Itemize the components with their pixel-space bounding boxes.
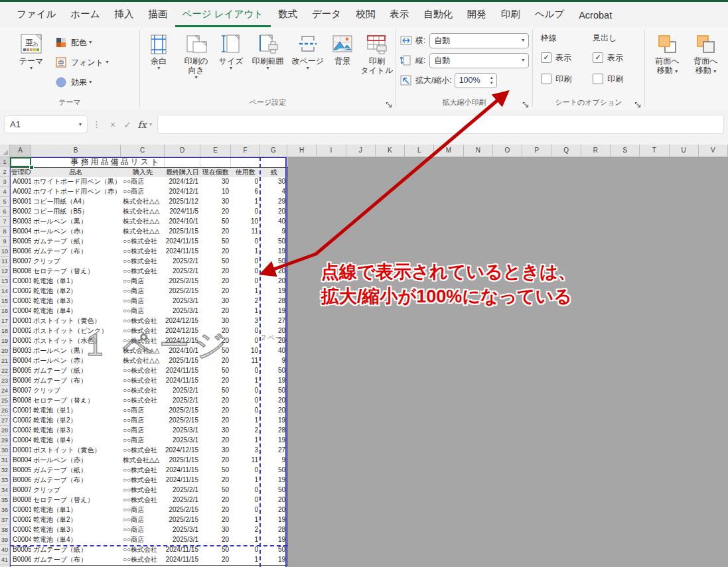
margins-button[interactable]: 余白 ▾ — [141, 32, 177, 71]
tab-help[interactable]: ヘルプ — [528, 8, 572, 27]
row-header-3[interactable]: 3 — [0, 177, 10, 187]
sheet-options-dialog-launcher-icon[interactable] — [634, 99, 642, 107]
row-header-13[interactable]: 13 — [0, 277, 10, 286]
column-header-K[interactable]: K — [376, 145, 405, 157]
theme-fonts-button[interactable]: 亜 フォント ▾ — [56, 54, 108, 71]
selected-cell-a1[interactable] — [10, 157, 31, 167]
scale-width-dropdown[interactable]: 自動▾ — [429, 33, 529, 48]
row-header-24[interactable]: 24 — [0, 386, 10, 396]
row-header-18[interactable]: 18 — [0, 326, 10, 336]
column-header-D[interactable]: D — [165, 145, 200, 157]
row-header-16[interactable]: 16 — [0, 306, 10, 316]
spinner-down-icon[interactable]: ▾ — [487, 80, 496, 86]
row-header-29[interactable]: 29 — [0, 436, 10, 446]
column-header-G[interactable]: G — [260, 145, 287, 157]
tab-view[interactable]: 表示 — [382, 8, 416, 27]
scale-dialog-launcher-icon[interactable] — [522, 99, 530, 107]
themes-button[interactable]: 亜あ テーマ ▾ — [13, 32, 50, 71]
tab-print[interactable]: 印刷 — [494, 8, 528, 27]
row-header-12[interactable]: 12 — [0, 267, 10, 277]
row-header-40[interactable]: 40 — [0, 545, 10, 555]
column-header-U[interactable]: U — [670, 145, 699, 157]
row-header-7[interactable]: 7 — [0, 217, 10, 227]
row-header-26[interactable]: 26 — [0, 406, 10, 416]
select-all-button[interactable] — [0, 145, 10, 157]
headings-view-checkbox[interactable]: ✓表示 — [593, 50, 623, 66]
row-header-31[interactable]: 31 — [0, 456, 10, 466]
tab-data[interactable]: データ — [305, 8, 348, 27]
row-header-21[interactable]: 21 — [0, 356, 10, 366]
column-header-M[interactable]: M — [434, 145, 463, 157]
tab-review[interactable]: 校閲 — [348, 8, 382, 27]
column-header-J[interactable]: J — [346, 145, 376, 157]
send-backward-button[interactable]: 背面へ 移動 ▾ — [688, 32, 725, 75]
background-button[interactable]: 背景 — [328, 32, 358, 66]
tab-draw[interactable]: 描画 — [141, 8, 175, 27]
row-header-35[interactable]: 35 — [0, 495, 10, 505]
row-header-17[interactable]: 17 — [0, 316, 10, 326]
scale-height-dropdown[interactable]: 自動▾ — [429, 53, 529, 68]
insert-function-icon[interactable]: fx — [135, 119, 149, 130]
column-header-A[interactable]: A — [10, 145, 31, 157]
row-header-22[interactable]: 22 — [0, 366, 10, 376]
formula-input[interactable] — [157, 115, 724, 134]
name-box[interactable]: A1 ▾ — [4, 115, 88, 133]
row-header-34[interactable]: 34 — [0, 485, 10, 495]
print-titles-button[interactable]: 印刷 タイトル — [359, 32, 395, 75]
row-header-9[interactable]: 9 — [0, 237, 10, 247]
column-header-B[interactable]: B — [31, 145, 121, 157]
row-header-6[interactable]: 6 — [0, 207, 10, 217]
tab-automate[interactable]: 自動化 — [416, 8, 460, 27]
tab-developer[interactable]: 開発 — [460, 8, 494, 27]
column-header-S[interactable]: S — [611, 145, 640, 157]
row-header-39[interactable]: 39 — [0, 535, 10, 545]
column-header-N[interactable]: N — [464, 145, 493, 157]
row-header-15[interactable]: 15 — [0, 296, 10, 306]
row-header-19[interactable]: 19 — [0, 336, 10, 346]
row-header-23[interactable]: 23 — [0, 376, 10, 386]
orientation-button[interactable]: 印刷の 向き ▾ — [178, 32, 214, 80]
gridlines-print-checkbox[interactable]: 印刷 — [541, 71, 593, 87]
row-header-2[interactable]: 2 — [0, 167, 10, 177]
theme-colors-button[interactable]: 配色 ▾ — [56, 34, 108, 51]
column-header-R[interactable]: R — [581, 145, 611, 157]
column-header-Q[interactable]: Q — [551, 145, 581, 157]
row-header-32[interactable]: 32 — [0, 466, 10, 475]
tab-insert[interactable]: 挿入 — [108, 8, 141, 27]
row-header-25[interactable]: 25 — [0, 396, 10, 406]
bring-forward-button[interactable]: 前面へ 移動 ▾ — [649, 32, 686, 75]
column-header-T[interactable]: T — [640, 145, 669, 157]
column-header-C[interactable]: C — [121, 145, 165, 157]
row-header-38[interactable]: 38 — [0, 525, 10, 535]
size-button[interactable]: サイズ ▾ — [216, 32, 247, 71]
row-header-28[interactable]: 28 — [0, 426, 10, 436]
tab-acrobat[interactable]: Acrobat — [571, 10, 619, 27]
row-header-1[interactable]: 1 — [0, 157, 10, 167]
column-header-I[interactable]: I — [317, 145, 346, 157]
breaks-button[interactable]: 改ページ ▾ — [289, 32, 327, 71]
row-header-27[interactable]: 27 — [0, 416, 10, 426]
row-header-10[interactable]: 10 — [0, 247, 10, 257]
row-header-8[interactable]: 8 — [0, 227, 10, 237]
tab-home[interactable]: ホーム — [63, 8, 107, 27]
row-header-14[interactable]: 14 — [0, 286, 10, 296]
row-header-36[interactable]: 36 — [0, 505, 10, 515]
column-header-V[interactable]: V — [699, 145, 728, 157]
tab-formulas[interactable]: 数式 — [271, 8, 305, 27]
theme-effects-button[interactable]: 効果 ▾ — [56, 74, 108, 91]
column-header-F[interactable]: F — [231, 145, 260, 157]
row-header-20[interactable]: 20 — [0, 346, 10, 356]
fill-handle[interactable] — [29, 165, 34, 170]
column-header-H[interactable]: H — [287, 145, 317, 157]
gridlines-view-checkbox[interactable]: ✓表示 — [541, 50, 593, 66]
tab-file[interactable]: ファイル — [9, 8, 63, 27]
scale-spinner[interactable]: 100% ▴▾ — [455, 73, 497, 88]
cancel-icon[interactable]: × — [106, 119, 120, 130]
row-header-11[interactable]: 11 — [0, 257, 10, 267]
headings-print-checkbox[interactable]: 印刷 — [593, 71, 623, 87]
row-header-33[interactable]: 33 — [0, 475, 10, 485]
column-header-L[interactable]: L — [405, 145, 434, 157]
row-header-30[interactable]: 30 — [0, 446, 10, 456]
column-header-O[interactable]: O — [493, 145, 522, 157]
spinner-up-icon[interactable]: ▴ — [487, 75, 496, 80]
